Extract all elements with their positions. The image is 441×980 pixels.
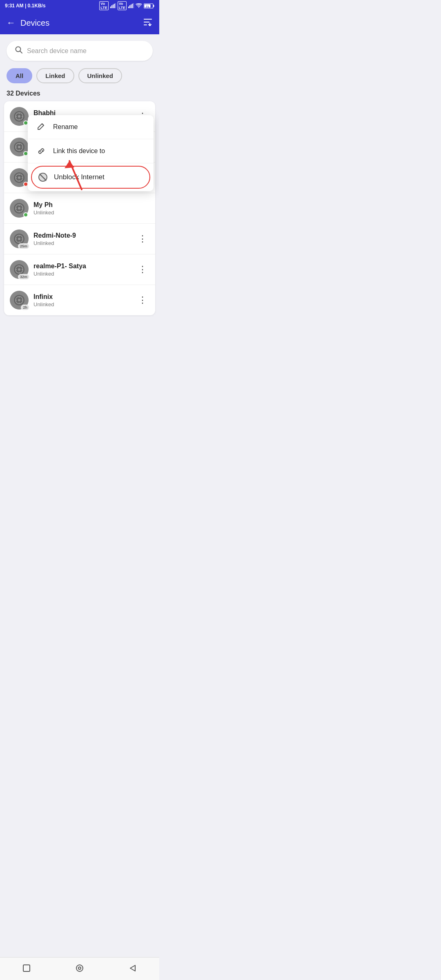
filter-tabs: All Linked Unlinked <box>0 64 159 87</box>
wifi-icon <box>136 3 142 8</box>
svg-rect-8 <box>132 4 133 8</box>
device-status: Unlinked <box>33 209 149 216</box>
status-dot-green <box>23 212 28 217</box>
sort-button[interactable] <box>143 18 153 29</box>
svg-point-18 <box>18 115 20 118</box>
svg-rect-6 <box>129 5 130 8</box>
link-icon <box>36 146 47 156</box>
svg-rect-3 <box>114 4 115 8</box>
svg-rect-11 <box>153 5 154 7</box>
more-options-button[interactable]: ⋮ <box>136 263 149 276</box>
more-options-button[interactable]: ⋮ <box>136 233 149 245</box>
device-status: Unlinked <box>33 271 136 277</box>
svg-point-60 <box>18 299 20 301</box>
device-icon <box>13 111 25 122</box>
rename-icon <box>36 122 47 132</box>
svg-rect-2 <box>113 4 114 8</box>
device-name: Redmi-Note-9 <box>33 232 136 239</box>
signal-icon-2 <box>128 3 134 8</box>
svg-text:71: 71 <box>146 5 149 8</box>
device-info: realme-P1- Satya Unlinked <box>29 263 136 277</box>
svg-point-25 <box>18 146 20 148</box>
device-avatar <box>10 138 29 156</box>
device-status: Unlinked <box>33 240 136 246</box>
svg-point-14 <box>16 47 21 52</box>
rename-menu-item[interactable]: Rename <box>28 115 154 139</box>
filter-tab-unlinked[interactable]: Unlinked <box>78 68 122 83</box>
device-icon <box>13 203 25 214</box>
svg-rect-1 <box>111 5 112 8</box>
time-badge: 32m <box>18 274 29 280</box>
search-container: Search device name <box>0 34 159 64</box>
status-icons: VoLTE VoLTE 71 <box>99 1 154 10</box>
device-name: realme-P1- Satya <box>33 263 136 270</box>
app-bar: ← Devices <box>0 11 159 34</box>
svg-rect-7 <box>131 4 131 8</box>
block-icon <box>38 172 48 183</box>
back-button[interactable]: ← <box>7 18 16 28</box>
status-time-speed: 9:31 AM | 0.1KB/s <box>5 3 46 9</box>
svg-point-32 <box>18 176 20 179</box>
volte-badge-1: VoLTE <box>99 1 108 10</box>
battery-icon: 71 <box>144 3 154 9</box>
filter-tab-all[interactable]: All <box>7 68 32 83</box>
svg-point-39 <box>18 207 20 209</box>
more-options-button[interactable]: ⋮ <box>136 294 149 306</box>
svg-line-15 <box>20 51 22 53</box>
list-item: 25m Redmi-Note-9 Unlinked ⋮ <box>4 224 155 254</box>
status-bar: 9:31 AM | 0.1KB/s VoLTE VoLTE <box>0 0 159 11</box>
device-avatar <box>10 199 29 218</box>
time-badge: 25m <box>18 243 29 249</box>
device-info: My Ph Unlinked <box>29 201 149 216</box>
svg-rect-9 <box>133 3 134 8</box>
device-info: Redmi-Note-9 Unlinked <box>29 232 136 246</box>
search-icon <box>15 46 23 56</box>
device-icon <box>13 233 25 245</box>
device-icon <box>13 172 25 183</box>
svg-rect-5 <box>128 7 129 8</box>
search-icon-svg <box>15 46 23 54</box>
volte-badge-2: VoLTE <box>118 1 127 10</box>
context-menu: Rename Link this device to Unblock Inter… <box>28 115 154 191</box>
svg-rect-4 <box>115 3 116 8</box>
device-info: Infinix Unlinked <box>29 293 136 307</box>
device-status: Unlinked <box>33 301 136 307</box>
list-item: My Ph Unlinked <box>4 193 155 224</box>
search-box[interactable]: Search device name <box>7 41 153 61</box>
rename-label: Rename <box>53 123 78 131</box>
device-avatar <box>10 107 29 126</box>
signal-icon-1 <box>110 3 116 8</box>
svg-point-46 <box>18 238 20 240</box>
page-title: Devices <box>20 18 49 28</box>
device-count: 32 Devices <box>0 87 159 101</box>
svg-rect-0 <box>110 7 111 8</box>
link-device-menu-item[interactable]: Link this device to <box>28 139 154 163</box>
device-icon <box>13 141 25 153</box>
device-name: My Ph <box>33 201 70 209</box>
device-name: Infinix <box>33 293 136 301</box>
filter-tab-linked[interactable]: Linked <box>36 68 74 83</box>
list-item: 32m realme-P1- Satya Unlinked ⋮ <box>4 254 155 285</box>
device-avatar: 32m <box>10 260 29 279</box>
sort-icon-svg <box>143 18 153 27</box>
device-icon <box>13 264 25 275</box>
time-badge: 2h <box>21 305 29 310</box>
device-avatar: 2h <box>10 291 29 310</box>
svg-point-53 <box>18 268 20 271</box>
unblock-internet-label: Unblock Internet <box>54 173 105 181</box>
device-avatar: 25m <box>10 229 29 248</box>
unblock-internet-menu-item[interactable]: Unblock Internet <box>31 166 150 189</box>
device-icon <box>13 294 25 306</box>
list-item: 2h Infinix Unlinked ⋮ <box>4 285 155 315</box>
unblock-internet-wrapper: Unblock Internet <box>28 163 154 191</box>
link-label: Link this device to <box>53 147 105 155</box>
device-avatar <box>10 168 29 187</box>
search-placeholder[interactable]: Search device name <box>27 47 87 55</box>
